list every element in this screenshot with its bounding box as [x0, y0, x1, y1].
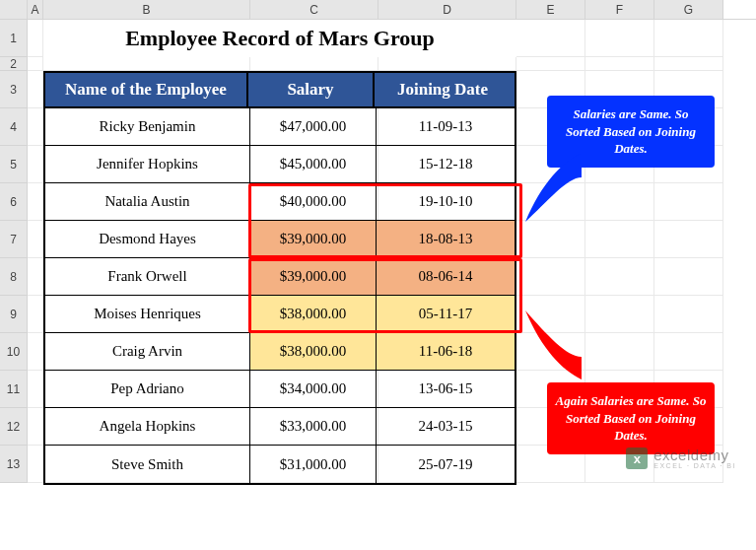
- cell-salary[interactable]: $47,000.00: [250, 108, 377, 146]
- row-header-9[interactable]: 9: [0, 296, 28, 333]
- row-header-5[interactable]: 5: [0, 146, 28, 183]
- cell-name[interactable]: Frank Orwell: [45, 258, 250, 296]
- header-salary[interactable]: Salary: [248, 73, 375, 106]
- cell-salary[interactable]: $45,000.00: [250, 146, 377, 183]
- cell-name[interactable]: Natalia Austin: [45, 183, 250, 221]
- col-header-G[interactable]: G: [654, 0, 723, 19]
- cell-F8[interactable]: [585, 258, 654, 296]
- row-header-13[interactable]: 13: [0, 446, 28, 483]
- row-header-3[interactable]: 3: [0, 71, 28, 108]
- cell-G1[interactable]: [654, 20, 723, 57]
- cell-A2[interactable]: [28, 57, 43, 71]
- cell-F2[interactable]: [585, 57, 654, 71]
- callout-red: Again Salaries are Same. So Sorted Based…: [547, 382, 715, 454]
- watermark-logo-icon: x: [626, 447, 648, 469]
- cell-date[interactable]: 15-12-18: [377, 146, 515, 183]
- col-header-E[interactable]: E: [516, 0, 585, 19]
- select-all-corner[interactable]: [0, 0, 28, 19]
- cell-A12[interactable]: [28, 408, 43, 446]
- cell-A4[interactable]: [28, 108, 43, 146]
- col-header-A[interactable]: A: [28, 0, 43, 19]
- cell-salary[interactable]: $39,000.00: [250, 221, 377, 258]
- watermark-tag: EXCEL · DATA · BI: [653, 462, 736, 469]
- cell-date[interactable]: 11-09-13: [377, 108, 515, 146]
- row-header-4[interactable]: 4: [0, 108, 28, 146]
- cell-name[interactable]: Ricky Benjamin: [45, 108, 250, 146]
- cell-date[interactable]: 13-06-15: [377, 371, 515, 408]
- col-header-C[interactable]: C: [250, 0, 378, 19]
- cell-date[interactable]: 24-03-15: [377, 408, 515, 446]
- cell-F9[interactable]: [585, 296, 654, 333]
- cell-F10[interactable]: [585, 333, 654, 371]
- row-header-11[interactable]: 11: [0, 371, 28, 408]
- cell-date[interactable]: 11-06-18: [377, 333, 515, 371]
- row-2: 2: [0, 57, 756, 71]
- row-header-10[interactable]: 10: [0, 333, 28, 371]
- cell-C2[interactable]: [250, 57, 378, 71]
- cell-E8[interactable]: [516, 258, 585, 296]
- cell-date[interactable]: 18-08-13: [377, 221, 515, 258]
- col-header-B[interactable]: B: [43, 0, 250, 19]
- header-name[interactable]: Name of the Employee: [45, 73, 248, 106]
- cell-A3[interactable]: [28, 71, 43, 108]
- row-header-8[interactable]: 8: [0, 258, 28, 296]
- cell-A6[interactable]: [28, 183, 43, 221]
- header-date[interactable]: Joining Date: [375, 73, 511, 106]
- row-header-7[interactable]: 7: [0, 221, 28, 258]
- cell-G9[interactable]: [654, 296, 723, 333]
- cell-A9[interactable]: [28, 296, 43, 333]
- cell-A7[interactable]: [28, 221, 43, 258]
- cell-A8[interactable]: [28, 258, 43, 296]
- cell-salary[interactable]: $34,000.00: [250, 371, 377, 408]
- cell-E9[interactable]: [516, 296, 585, 333]
- cell-name[interactable]: Desmond Hayes: [45, 221, 250, 258]
- cell-salary[interactable]: $33,000.00: [250, 408, 377, 446]
- column-header-row: A B C D E F G: [0, 0, 756, 20]
- cell-A10[interactable]: [28, 333, 43, 371]
- cell-G7[interactable]: [654, 221, 723, 258]
- cell-salary[interactable]: $38,000.00: [250, 296, 377, 333]
- table-row: Desmond Hayes$39,000.0018-08-13: [45, 221, 515, 258]
- cell-salary[interactable]: $40,000.00: [250, 183, 377, 221]
- cell-name[interactable]: Moises Henriques: [45, 296, 250, 333]
- cell-A1[interactable]: [28, 20, 43, 57]
- cell-A13[interactable]: [28, 446, 43, 483]
- cell-B2[interactable]: [43, 57, 250, 71]
- cell-date[interactable]: 08-06-14: [377, 258, 515, 296]
- cell-name[interactable]: Angela Hopkins: [45, 408, 250, 446]
- cell-G10[interactable]: [654, 333, 723, 371]
- cell-F6[interactable]: [585, 183, 654, 221]
- cell-F1[interactable]: [585, 20, 654, 57]
- row-header-1[interactable]: 1: [0, 20, 28, 57]
- cell-A5[interactable]: [28, 146, 43, 183]
- cell-E1[interactable]: [516, 20, 585, 57]
- cell-salary[interactable]: $39,000.00: [250, 258, 377, 296]
- title-cell[interactable]: Employee Record of Mars Group: [43, 20, 516, 57]
- cell-salary[interactable]: $38,000.00: [250, 333, 377, 371]
- cell-A11[interactable]: [28, 371, 43, 408]
- cell-name[interactable]: Jennifer Hopkins: [45, 146, 250, 183]
- cell-E6[interactable]: [516, 183, 585, 221]
- cell-E10[interactable]: [516, 333, 585, 371]
- cell-name[interactable]: Steve Smith: [45, 446, 250, 483]
- cell-D2[interactable]: [378, 57, 516, 71]
- cell-G8[interactable]: [654, 258, 723, 296]
- cell-E7[interactable]: [516, 221, 585, 258]
- row-header-2[interactable]: 2: [0, 57, 28, 71]
- cell-G2[interactable]: [654, 57, 723, 71]
- cell-date[interactable]: 19-10-10: [377, 183, 515, 221]
- cell-E2[interactable]: [516, 57, 585, 71]
- cell-salary[interactable]: $31,000.00: [250, 446, 377, 483]
- row-header-12[interactable]: 12: [0, 408, 28, 446]
- table-row: Angela Hopkins$33,000.0024-03-15: [45, 408, 515, 446]
- row-1: 1 Employee Record of Mars Group: [0, 20, 756, 57]
- cell-name[interactable]: Pep Adriano: [45, 371, 250, 408]
- cell-name[interactable]: Craig Arvin: [45, 333, 250, 371]
- cell-F7[interactable]: [585, 221, 654, 258]
- col-header-D[interactable]: D: [378, 0, 516, 19]
- col-header-F[interactable]: F: [585, 0, 654, 19]
- cell-date[interactable]: 05-11-17: [377, 296, 515, 333]
- cell-G6[interactable]: [654, 183, 723, 221]
- cell-date[interactable]: 25-07-19: [377, 446, 515, 483]
- row-header-6[interactable]: 6: [0, 183, 28, 221]
